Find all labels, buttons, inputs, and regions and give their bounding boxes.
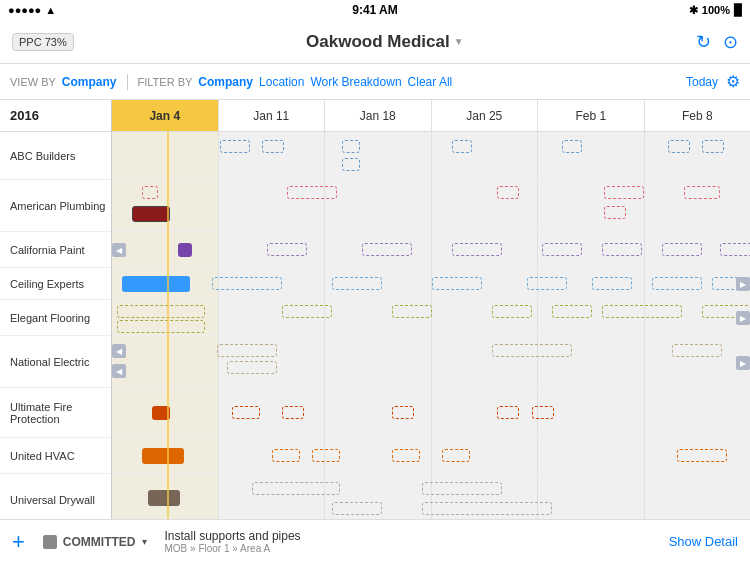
bar-united-2[interactable] — [312, 449, 340, 462]
app-title: Oakwood Medical ▼ — [306, 32, 464, 52]
filter-location-button[interactable]: Location — [259, 75, 304, 89]
status-bar-time: 9:41 AM — [352, 3, 398, 17]
bar-elegant-3[interactable] — [282, 305, 332, 318]
row-abc-builders[interactable] — [112, 132, 750, 180]
row-united-hvac[interactable] — [112, 438, 750, 474]
bar-california-2[interactable] — [362, 243, 412, 256]
bar-national-2[interactable] — [227, 361, 277, 374]
task-info: Install supports and pipes MOB » Floor 1… — [165, 529, 301, 554]
ppc-badge[interactable]: PPC 73% — [12, 33, 74, 51]
nav-arrow-elegant-right[interactable]: ▶ — [736, 311, 750, 325]
bar-ceiling-2[interactable] — [332, 277, 382, 290]
bar-national-3[interactable] — [492, 344, 572, 357]
bar-elegant-4[interactable] — [392, 305, 432, 318]
bar-ultimate-2[interactable] — [282, 406, 304, 419]
bar-united-4[interactable] — [442, 449, 470, 462]
row-ultimate-fire[interactable] — [112, 388, 750, 438]
bar-abc-3[interactable] — [342, 140, 360, 153]
company-name-ultimate: Ultimate Fire Protection — [10, 401, 111, 425]
bar-united-5[interactable] — [677, 449, 727, 462]
bar-abc-2[interactable] — [262, 140, 284, 153]
bar-abc-6[interactable] — [562, 140, 582, 153]
bar-abc-7[interactable] — [668, 140, 690, 153]
bar-american-5[interactable] — [604, 206, 626, 219]
bar-california-6[interactable] — [662, 243, 702, 256]
row-national-electric[interactable]: ◀ ◀ ▶ — [112, 336, 750, 388]
refresh-button[interactable]: ↻ — [696, 31, 711, 53]
row-elegant-flooring[interactable]: ▶ — [112, 300, 750, 336]
filter-work-breakdown-button[interactable]: Work Breakdown — [310, 75, 401, 89]
view-by-company-button[interactable]: Company — [62, 75, 117, 89]
nav-arrow-ceiling-right[interactable]: ▶ — [736, 277, 750, 291]
filter-clear-all-button[interactable]: Clear All — [408, 75, 453, 89]
bar-elegant-5[interactable] — [492, 305, 532, 318]
filter-bar: VIEW BY Company FILTER BY Company Locati… — [0, 64, 750, 100]
bar-ultimate-5[interactable] — [532, 406, 554, 419]
company-column: 2016 ABC Builders American Plumbing Cali… — [0, 100, 112, 519]
show-detail-button[interactable]: Show Detail — [669, 534, 738, 549]
add-button[interactable]: + — [12, 529, 25, 555]
bar-ceiling-4[interactable] — [527, 277, 567, 290]
bar-universal-solid[interactable] — [148, 490, 180, 506]
row-universal-drywall[interactable] — [112, 474, 750, 519]
bar-american-4[interactable] — [604, 186, 644, 199]
company-row-abc: ABC Builders — [0, 132, 111, 180]
bar-universal-4[interactable] — [422, 502, 552, 515]
bar-american-selected[interactable] — [132, 206, 170, 222]
bar-national-4[interactable] — [672, 344, 722, 357]
bar-united-1[interactable] — [272, 449, 300, 462]
bar-california-4[interactable] — [542, 243, 582, 256]
bar-ceiling-5[interactable] — [592, 277, 632, 290]
row-american-plumbing[interactable] — [112, 180, 750, 232]
company-row-california: California Paint — [0, 232, 111, 268]
bar-ultimate-4[interactable] — [497, 406, 519, 419]
filter-company-button[interactable]: Company — [198, 75, 253, 89]
bar-abc-8[interactable] — [702, 140, 724, 153]
bar-american-2[interactable] — [287, 186, 337, 199]
bar-california-5[interactable] — [602, 243, 642, 256]
bar-elegant-2[interactable] — [117, 320, 205, 333]
battery-text: 100% — [702, 4, 730, 16]
row-california-paint[interactable]: ◀ — [112, 232, 750, 268]
bar-california-3[interactable] — [452, 243, 502, 256]
bar-united-3[interactable] — [392, 449, 420, 462]
nav-arrow-national-left[interactable]: ◀ — [112, 344, 126, 358]
bar-universal-2[interactable] — [332, 502, 382, 515]
today-button[interactable]: Today — [686, 75, 718, 89]
battery-icon: ▉ — [734, 4, 742, 17]
bar-ultimate-1[interactable] — [232, 406, 260, 419]
bar-abc-1[interactable] — [220, 140, 250, 153]
bar-abc-5[interactable] — [452, 140, 472, 153]
main-grid: 2016 ABC Builders American Plumbing Cali… — [0, 100, 750, 519]
title-chevron-icon[interactable]: ▼ — [454, 36, 464, 47]
title-bar-right: ↻ ⊙ — [696, 31, 738, 53]
bar-ceiling-1[interactable] — [212, 277, 282, 290]
week-label-feb1: Feb 1 — [575, 109, 606, 123]
account-button[interactable]: ⊙ — [723, 31, 738, 53]
bar-elegant-1[interactable] — [117, 305, 205, 318]
bar-california-1[interactable] — [267, 243, 307, 256]
bar-universal-1[interactable] — [252, 482, 340, 495]
bar-ceiling-3[interactable] — [432, 277, 482, 290]
nav-arrow-california[interactable]: ◀ — [112, 243, 126, 257]
bar-california-solid[interactable] — [178, 243, 192, 257]
bar-california-7[interactable] — [720, 243, 750, 256]
status-dropdown-icon[interactable]: ▾ — [142, 536, 147, 547]
bar-ultimate-3[interactable] — [392, 406, 414, 419]
nav-arrow-national-left2[interactable]: ◀ — [112, 364, 126, 378]
bar-american-3[interactable] — [497, 186, 519, 199]
bar-ultimate-solid[interactable] — [152, 406, 170, 420]
bar-ceiling-solid[interactable] — [122, 276, 190, 292]
bar-abc-4[interactable] — [342, 158, 360, 171]
bar-elegant-7[interactable] — [602, 305, 682, 318]
bar-ceiling-6[interactable] — [652, 277, 702, 290]
nav-arrow-national-right[interactable]: ▶ — [736, 356, 750, 370]
bar-united-solid[interactable] — [142, 448, 184, 464]
bar-universal-3[interactable] — [422, 482, 502, 495]
bar-american-1[interactable] — [142, 186, 158, 199]
settings-icon[interactable]: ⚙ — [726, 72, 740, 91]
bar-american-6[interactable] — [684, 186, 720, 199]
bar-national-1[interactable] — [217, 344, 277, 357]
row-ceiling-experts[interactable]: ▶ — [112, 268, 750, 300]
bar-elegant-6[interactable] — [552, 305, 592, 318]
